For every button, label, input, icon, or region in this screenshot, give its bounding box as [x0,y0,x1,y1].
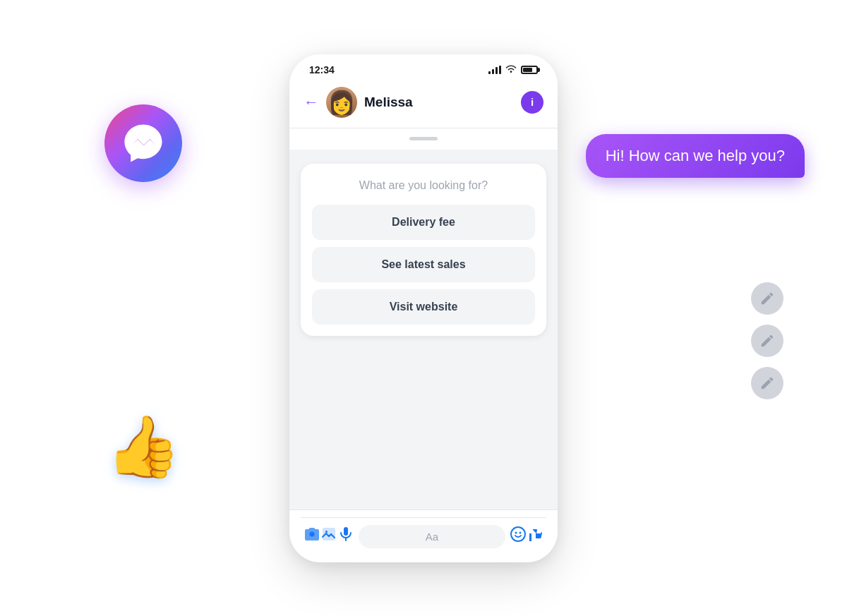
info-button[interactable]: i [521,91,543,114]
svg-rect-2 [344,527,348,536]
svg-point-5 [515,532,517,534]
edit-button-1[interactable] [751,282,783,315]
card-prompt: What are you looking for? [312,179,535,192]
thumbs-up-icon: 👍 [106,416,181,476]
toolbar-divider [301,517,546,518]
contact-info: Melissa [326,87,521,118]
edit-buttons-group [751,282,783,399]
toolbar-icons: Aa [301,525,546,548]
greeting-bubble: Hi! How can we help you? [586,134,805,178]
messenger-header: ← Melissa i [289,81,558,128]
svg-point-1 [325,531,328,533]
chat-area: What are you looking for? Delivery fee S… [289,150,558,509]
avatar [326,87,357,118]
messenger-logo [104,104,182,182]
status-time: 12:34 [309,64,335,76]
edit-button-3[interactable] [751,367,783,399]
contact-name: Melissa [364,95,413,110]
pencil-icon-2 [759,333,775,349]
pencil-icon-3 [759,375,775,391]
pencil-icon-1 [759,291,775,306]
microphone-icon[interactable] [337,526,354,547]
camera-icon[interactable] [304,526,320,547]
battery-icon [521,66,538,74]
svg-point-4 [511,527,525,541]
status-icons [488,64,538,75]
scene: 👍 Hi! How can we help you? 12:34 [0,0,847,616]
wifi-icon [505,64,517,75]
status-bar: 12:34 [289,54,558,81]
scroll-indicator [289,128,558,150]
quick-reply-card: What are you looking for? Delivery fee S… [301,164,546,336]
edit-button-2[interactable] [751,325,783,357]
quick-reply-delivery-fee[interactable]: Delivery fee [312,205,535,240]
svg-point-6 [519,532,522,534]
quick-reply-latest-sales[interactable]: See latest sales [312,247,535,282]
quick-reply-visit-website[interactable]: Visit website [312,289,535,325]
bottom-toolbar: Aa [289,509,558,562]
back-button[interactable]: ← [304,93,319,111]
phone-mockup: 12:34 [289,54,558,562]
emoji-icon[interactable] [510,526,527,547]
message-input[interactable]: Aa [359,525,505,548]
signal-icon [488,66,501,74]
like-icon[interactable] [527,526,543,547]
image-icon[interactable] [320,526,337,547]
